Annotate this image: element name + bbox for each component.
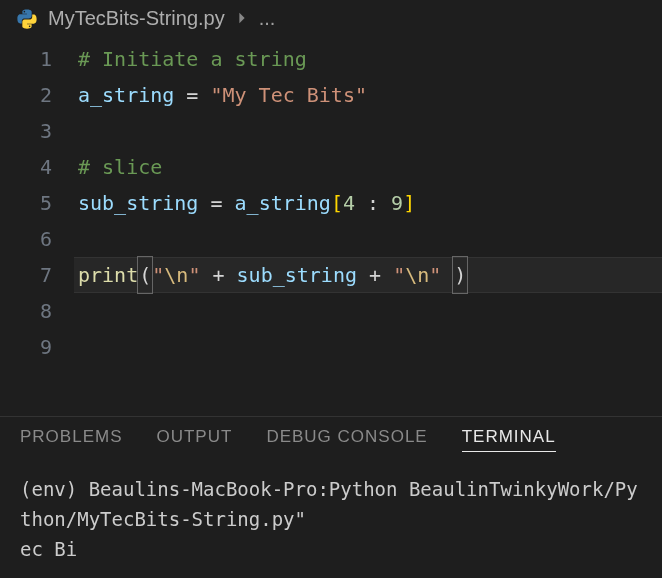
code-token: = xyxy=(174,77,210,113)
code-line[interactable]: # slice xyxy=(78,149,662,185)
code-token: " xyxy=(393,257,405,293)
code-token: # Initiate a string xyxy=(78,41,307,77)
code-token: ] xyxy=(403,185,415,221)
code-token: \n xyxy=(164,257,188,293)
code-token: + xyxy=(200,257,236,293)
code-token: a_string xyxy=(78,77,174,113)
tab-terminal[interactable]: TERMINAL xyxy=(462,427,556,452)
code-line[interactable] xyxy=(78,293,662,329)
code-token: : xyxy=(355,185,391,221)
code-line[interactable] xyxy=(78,329,662,365)
tab-output[interactable]: OUTPUT xyxy=(156,427,232,452)
code-token: sub_string xyxy=(237,257,357,293)
code-token: [ xyxy=(331,185,343,221)
code-area[interactable]: # Initiate a stringa_string = "My Tec Bi… xyxy=(78,41,662,416)
line-number: 2 xyxy=(0,77,52,113)
terminal-line: (env) Beaulins-MacBook-Pro:Python Beauli… xyxy=(20,474,642,534)
code-token: \n xyxy=(405,257,429,293)
tab-problems[interactable]: PROBLEMS xyxy=(20,427,122,452)
tab-debug-console[interactable]: DEBUG CONSOLE xyxy=(266,427,427,452)
panel-tabs: PROBLEMS OUTPUT DEBUG CONSOLE TERMINAL xyxy=(0,416,662,460)
code-editor[interactable]: 123456789 # Initiate a stringa_string = … xyxy=(0,37,662,416)
breadcrumb[interactable]: MyTecBits-String.py ... xyxy=(0,0,662,37)
line-number: 7 xyxy=(0,257,52,293)
code-line[interactable]: # Initiate a string xyxy=(78,41,662,77)
line-number: 6 xyxy=(0,221,52,257)
code-token: sub_string xyxy=(78,185,198,221)
code-token: = xyxy=(198,185,234,221)
breadcrumb-filename[interactable]: MyTecBits-String.py xyxy=(48,7,225,30)
code-token: " xyxy=(188,257,200,293)
terminal-output: ec Bi xyxy=(20,534,642,564)
code-line[interactable] xyxy=(78,113,662,149)
code-token: "My Tec Bits" xyxy=(210,77,367,113)
line-number-gutter: 123456789 xyxy=(0,41,78,416)
code-token: print xyxy=(78,257,138,293)
code-token: 4 xyxy=(343,185,355,221)
line-number: 3 xyxy=(0,113,52,149)
code-token: " xyxy=(429,257,441,293)
line-number: 5 xyxy=(0,185,52,221)
code-token: # slice xyxy=(78,149,162,185)
code-line[interactable] xyxy=(78,221,662,257)
line-number: 4 xyxy=(0,149,52,185)
line-number: 9 xyxy=(0,329,52,365)
code-token: ( xyxy=(137,256,153,294)
python-file-icon xyxy=(16,8,38,30)
code-token: ) xyxy=(452,256,468,294)
chevron-right-icon xyxy=(235,7,249,30)
code-line[interactable]: a_string = "My Tec Bits" xyxy=(78,77,662,113)
line-number: 8 xyxy=(0,293,52,329)
line-number: 1 xyxy=(0,41,52,77)
code-token: 9 xyxy=(391,185,403,221)
code-token: a_string xyxy=(235,185,331,221)
code-line[interactable]: print("\n" + sub_string + "\n" ) xyxy=(74,257,662,293)
breadcrumb-ellipsis[interactable]: ... xyxy=(259,7,276,30)
code-line[interactable]: sub_string = a_string[4 : 9] xyxy=(78,185,662,221)
code-token: " xyxy=(152,257,164,293)
code-token: + xyxy=(357,257,393,293)
terminal-panel[interactable]: (env) Beaulins-MacBook-Pro:Python Beauli… xyxy=(0,460,662,578)
